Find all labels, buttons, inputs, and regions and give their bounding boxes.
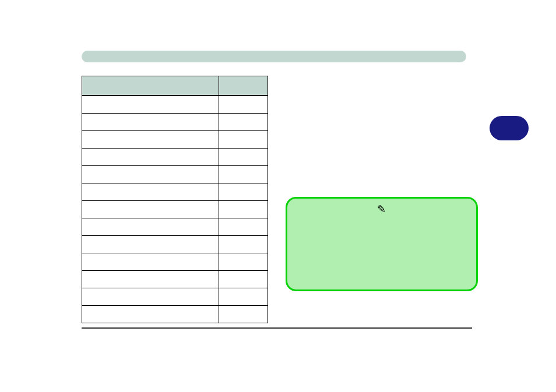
table-cell: [219, 253, 268, 271]
table-cell: [219, 149, 268, 166]
table-cell: [219, 288, 268, 306]
table-cell: [82, 218, 219, 236]
table-row: [82, 183, 268, 201]
primary-pill-button[interactable]: [490, 116, 529, 140]
table-row: [82, 236, 268, 253]
table-cell: [82, 166, 219, 183]
table-cell: [219, 201, 268, 218]
table-row: [82, 96, 268, 114]
table-header-cell: [82, 76, 219, 96]
table-cell: [82, 253, 219, 271]
table-row: [82, 288, 268, 306]
table-row: [82, 218, 268, 236]
table-cell: [219, 166, 268, 183]
table-header-cell: [219, 76, 268, 96]
table-cell: [82, 201, 219, 218]
table-cell: [219, 306, 268, 323]
table-cell: [82, 271, 219, 288]
table-cell: [82, 306, 219, 323]
table-cell: [82, 114, 219, 131]
table-header-row: [82, 76, 268, 96]
table-cell: [82, 96, 219, 114]
table-cell: [82, 149, 219, 166]
header-bar: [82, 51, 466, 62]
divider-rule: [82, 327, 472, 329]
table-cell: [219, 96, 268, 114]
table-cell: [82, 131, 219, 149]
table-cell: [219, 131, 268, 149]
table-row: [82, 271, 268, 288]
pencil-icon: ✎: [377, 203, 386, 216]
table-row: [82, 201, 268, 218]
table-cell: [219, 218, 268, 236]
table-row: [82, 131, 268, 149]
table-cell: [82, 236, 219, 253]
table-cell: [82, 288, 219, 306]
data-table: [82, 76, 268, 323]
table-row: [82, 253, 268, 271]
table-cell: [219, 236, 268, 253]
table-cell: [82, 183, 219, 201]
table-row: [82, 166, 268, 183]
table-cell: [219, 183, 268, 201]
table-row: [82, 149, 268, 166]
table-row: [82, 114, 268, 131]
table-row: [82, 306, 268, 323]
table-cell: [219, 271, 268, 288]
table-cell: [219, 114, 268, 131]
